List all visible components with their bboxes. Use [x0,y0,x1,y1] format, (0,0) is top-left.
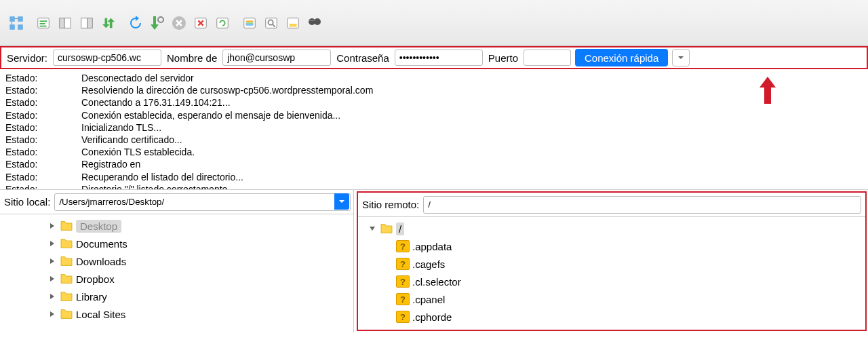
disclosure-triangle-icon[interactable] [47,274,57,284]
filter-icon[interactable] [262,14,281,33]
toggle-queue-icon[interactable] [99,14,118,33]
folder-icon [380,223,393,234]
log-message: Directorio "/" listado correctamente [81,183,863,190]
disclosure-triangle-icon[interactable] [368,224,377,233]
toggle-localtree-icon[interactable] [56,14,75,33]
log-row: Estado:Conectando a 176.31.149.104:21... [5,96,863,109]
search-icon[interactable] [305,14,324,33]
disclosure-triangle-icon[interactable] [47,221,57,231]
tree-item[interactable]: ?.cagefs [362,255,861,273]
log-row: Estado:Resolviendo la dirección de curso… [5,84,863,96]
quickconnect-bar: Servidor: Nombre de Contraseña Puerto Co… [0,46,868,69]
toolbar-group-3 [126,14,232,33]
tree-item-label: .cagefs [412,258,445,270]
port-label: Puerto [487,52,519,64]
remote-pane: Sitio remoto: /?.appdata?.cagefs?.cl.sel… [357,191,867,331]
toggle-log-icon[interactable] [34,14,53,33]
tree-item-label: .appdata [412,241,452,252]
tree-item-label: Local Sites [76,309,125,320]
unknown-folder-icon: ? [396,240,410,252]
refresh-icon[interactable] [126,14,145,33]
remote-path-input[interactable] [423,196,861,214]
compare-icon[interactable] [283,14,302,33]
svg-rect-11 [64,18,71,28]
log-tag: Estado: [5,84,81,96]
unknown-folder-icon: ? [396,258,410,270]
tree-item[interactable]: ?.cphorde [362,308,861,326]
svg-rect-12 [81,18,87,28]
log-row: Estado:Verificando certificado... [5,134,863,146]
log-message: Conexión establecida, esperando el mensa… [81,109,863,121]
quickconnect-button[interactable]: Conexión rápida [575,49,668,66]
tree-item[interactable]: Local Sites [4,305,349,323]
svg-rect-2 [9,24,15,30]
message-log: Estado:Desconectado del servidorEstado:R… [0,69,868,190]
local-site-label: Sitio local: [4,196,50,208]
password-label: Contraseña [335,52,391,64]
server-input[interactable] [53,50,161,66]
tree-item-label: .cpanel [412,294,445,305]
user-input[interactable] [222,50,331,66]
tree-item[interactable]: Downloads [4,252,349,270]
local-tree[interactable]: DesktopDocumentsDownloadsDropboxLibraryL… [0,214,353,332]
filelist-icon[interactable] [240,14,259,33]
toolbar-group-1 [7,14,26,33]
remote-tree[interactable]: /?.appdata?.cagefs?.cl.selector?.cpanel?… [358,217,865,330]
tree-item[interactable]: ?.cpanel [362,290,861,308]
reconnect-icon[interactable] [213,14,232,33]
toggle-remotetree-icon[interactable] [77,14,96,33]
log-tag: Estado: [5,134,81,146]
log-tag: Estado: [5,121,81,134]
log-row: Estado:Conexión TLS establecida. [5,146,863,158]
user-label: Nombre de [165,52,218,64]
log-row: Estado:Desconectado del servidor [5,72,863,84]
local-path-input[interactable] [54,193,351,211]
log-tag: Estado: [5,171,81,183]
disclosure-triangle-icon[interactable] [47,256,57,266]
log-message: Desconectado del servidor [81,72,863,84]
password-input[interactable] [395,50,483,66]
tree-item[interactable]: Library [4,288,349,305]
tree-item-root[interactable]: / [362,220,861,237]
folder-icon [60,309,73,320]
toolbar-group-4 [240,14,324,33]
disclosure-triangle-icon[interactable] [47,292,57,301]
log-message: Resolviendo la dirección de cursoswp-cp5… [81,84,863,96]
folder-icon [60,220,73,231]
log-tag: Estado: [5,158,81,170]
tree-item-label: Downloads [76,256,126,267]
svg-rect-0 [9,16,15,22]
log-message: Conectando a 176.31.149.104:21... [81,96,863,109]
tree-item[interactable]: ?.appdata [362,237,861,255]
svg-rect-13 [87,18,92,28]
tree-item[interactable]: Dropbox [4,270,349,288]
svg-rect-1 [18,16,23,22]
log-message: Inicializando TLS... [81,121,863,134]
tree-item-label: Desktop [76,220,121,233]
cancel-icon[interactable] [170,14,189,33]
file-panes: Sitio local: DesktopDocumentsDownloadsDr… [0,190,868,332]
port-input[interactable] [524,50,571,66]
svg-rect-17 [217,18,229,28]
svg-rect-3 [18,24,23,30]
log-tag: Estado: [5,72,81,84]
tree-item-label: .cphorde [412,311,452,323]
disclosure-triangle-icon[interactable] [47,239,57,248]
folder-icon [60,273,73,284]
svg-rect-10 [60,18,64,28]
site-manager-icon[interactable] [7,14,26,33]
disconnect-icon[interactable] [191,14,210,33]
tree-item[interactable]: Documents [4,235,349,252]
quickconnect-history-button[interactable] [672,49,690,66]
log-row: Estado:Registrado en [5,158,863,170]
log-message: Registrado en [81,158,863,170]
folder-icon [60,291,73,302]
main-toolbar [0,0,868,46]
tree-item-label: .cl.selector [412,276,461,288]
process-queue-icon[interactable] [148,14,167,33]
tree-item-label: / [396,223,404,235]
svg-point-28 [314,18,321,25]
tree-item[interactable]: ?.cl.selector [362,273,861,290]
disclosure-triangle-icon[interactable] [47,309,57,319]
tree-item[interactable]: Desktop [4,217,349,235]
